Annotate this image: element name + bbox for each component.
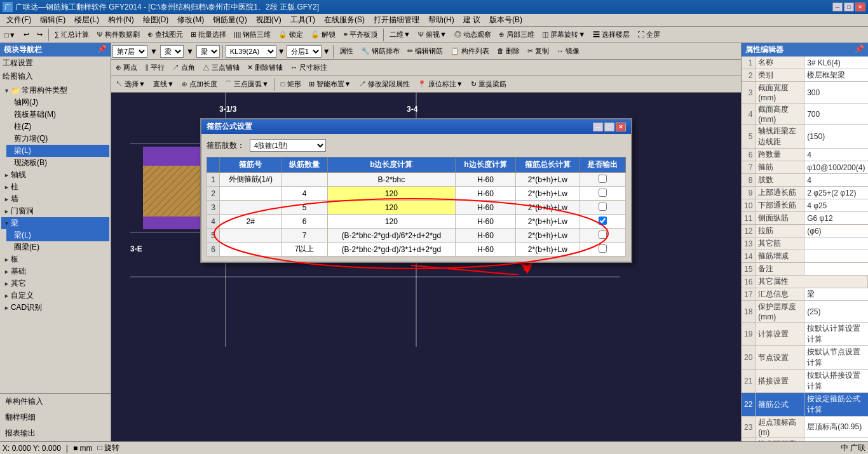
tb-point-length[interactable]: ⊕ 点加长度 — [179, 77, 220, 91]
menu-floor[interactable]: 楼层(L) — [71, 14, 103, 26]
prop-val-lap-setting[interactable]: 按默认搭接设置计算 — [804, 370, 868, 393]
output-checkbox-1[interactable] — [599, 175, 607, 183]
prop-val-stirrup-formula[interactable]: 按设定箍筋公式计算 — [804, 393, 868, 417]
tree-slab[interactable]: 现浇板(B) — [6, 157, 109, 169]
translation-detail-button[interactable]: 翻样明细 — [0, 410, 111, 425]
tb-lock[interactable]: 🔒 锁定 — [275, 28, 306, 42]
table-row[interactable]: 5 7 (B-2*bhc-2*gd-d)/6*2+d+2*gd H-60 2*(… — [207, 229, 626, 243]
output-checkbox-6[interactable] — [599, 244, 607, 253]
tree-raft[interactable]: 筏板基础(M) — [6, 109, 109, 121]
tree-axis[interactable]: 轴网(J) — [6, 97, 109, 109]
row-output-3[interactable] — [580, 201, 625, 215]
prop-val-spans[interactable]: 4 — [804, 149, 868, 161]
element-type-select[interactable]: 梁 — [160, 45, 184, 58]
prop-val-node-setting[interactable]: 按默认节点设置计算 — [804, 346, 868, 370]
tb-local-3d[interactable]: ⊕ 局部三维 — [496, 28, 538, 42]
tree-foundation[interactable]: ► 基础 — [1, 265, 109, 277]
prop-val-tie[interactable]: (φ6) — [804, 225, 868, 237]
tb-orbit[interactable]: ◎ 动态观察 — [451, 28, 494, 42]
prop-val-other-rebar[interactable] — [804, 237, 868, 250]
tb-new[interactable]: □▼ — [1, 28, 19, 42]
tb-modify-beam[interactable]: ↗ 修改梁段属性 — [356, 77, 413, 91]
output-checkbox-2[interactable] — [599, 189, 607, 197]
table-row[interactable]: 1 外侧箍筋(1#) B-2*bhc H-60 2*(b+h)+Lw — [207, 173, 626, 187]
tb-original-annotation[interactable]: 📍 原位标注▼ — [414, 77, 466, 91]
tree-others[interactable]: ► 其它 — [1, 277, 109, 290]
prop-val-top-long[interactable]: 2 φ25+(2 φ12) — [804, 187, 868, 199]
tb-edit-rebar[interactable]: ✏ 编辑钢筋 — [404, 44, 446, 58]
prop-val-legs[interactable]: 4 — [804, 174, 868, 187]
tb-re-extract[interactable]: ↻ 重提梁筋 — [468, 77, 510, 91]
row-output-1[interactable] — [580, 173, 625, 187]
minimize-button[interactable]: ─ — [832, 3, 843, 11]
tb-2d[interactable]: 二维▼ — [386, 28, 414, 42]
tb-two-point[interactable]: ⊕ 两点 — [112, 61, 140, 75]
tree-custom[interactable]: ► 自定义 — [1, 290, 109, 302]
prop-val-width[interactable]: 300 — [804, 82, 868, 103]
menu-help[interactable]: 帮助(H) — [424, 14, 458, 26]
output-checkbox-5[interactable] — [599, 230, 607, 239]
prop-val-summary[interactable]: 梁 — [804, 288, 868, 301]
tb-rebar-layout[interactable]: 🔧 钢筋排布 — [358, 44, 403, 58]
tb-point-angle[interactable]: ↗ 点角 — [169, 61, 198, 75]
tb-component-list[interactable]: 📋 构件列表 — [447, 44, 492, 58]
menu-draw[interactable]: 绘图(D) — [139, 14, 173, 26]
menu-version[interactable]: 版本号(B) — [485, 14, 526, 26]
prop-val-height[interactable]: 700 — [804, 103, 868, 125]
prop-val-name[interactable]: 3# KL6(4) — [804, 57, 868, 69]
prop-val-side-long[interactable]: G6 φ12 — [804, 212, 868, 225]
tb-three-point-axis[interactable]: △ 三点辅轴 — [200, 61, 243, 75]
tb-batch-select[interactable]: ⊞ 批量选择 — [187, 28, 229, 42]
menu-tools[interactable]: 工具(T) — [287, 14, 319, 26]
tree-beam-L[interactable]: 梁(L) — [6, 229, 109, 241]
tb-select[interactable]: ↖ 选择▼ — [112, 77, 149, 91]
row-output-4[interactable] — [580, 215, 625, 229]
tb-properties[interactable]: 属性 — [336, 44, 356, 58]
menu-suggestion[interactable]: 建 议 — [459, 14, 484, 26]
single-component-input-button[interactable]: 单构件输入 — [0, 394, 111, 410]
dialog-close-button[interactable]: ✕ — [616, 123, 626, 131]
tb-delete-axis[interactable]: ✕ 删除辅轴 — [244, 61, 286, 75]
menu-open-detail[interactable]: 打开描细管理 — [370, 14, 423, 26]
tree-common-types[interactable]: ▼ 📁 常用构件类型 — [1, 84, 109, 97]
leg-count-select[interactable]: 4肢箍(1型) — [250, 139, 326, 152]
tb-top-view[interactable]: Ψ 俯视▼ — [415, 28, 450, 42]
menu-view[interactable]: 视图(V) — [252, 14, 285, 26]
tree-wall-main[interactable]: ► 墙 — [1, 193, 109, 205]
tb-smart-layout[interactable]: ⊞ 智能布置▼ — [306, 77, 355, 91]
element-select[interactable]: 梁 — [196, 45, 220, 58]
row-output-6[interactable] — [580, 243, 625, 257]
tb-mirror[interactable]: ↔ 镜像 — [553, 44, 583, 58]
tb-delete[interactable]: 🗑 删除 — [494, 44, 523, 58]
tb-line[interactable]: 直线▼ — [150, 77, 177, 91]
tb-redo[interactable]: ↪ — [34, 28, 46, 42]
tb-flush[interactable]: ≡ 平齐板顶 — [340, 28, 380, 42]
menu-component[interactable]: 构件(N) — [104, 14, 138, 26]
dialog-minimize-button[interactable]: ─ — [593, 123, 603, 131]
dialog-restore-button[interactable]: □ — [604, 123, 614, 131]
prop-val-axis-dist[interactable]: (150) — [804, 125, 868, 149]
tree-cad-recognize[interactable]: ► CAD识别 — [1, 302, 109, 314]
tree-beam[interactable]: 梁(L) — [6, 145, 109, 157]
floor-select[interactable]: 第7层 — [112, 45, 147, 58]
menu-rebar-qty[interactable]: 钢筋量(Q) — [209, 14, 250, 26]
output-checkbox-4[interactable] — [599, 217, 607, 225]
tree-slab-main[interactable]: ► 板 — [1, 253, 109, 265]
tb-select-floor[interactable]: ☰ 选择楼层 — [590, 28, 633, 42]
prop-row-stirrup-formula[interactable]: 22 箍筋公式 按设定箍筋公式计算 — [742, 393, 868, 417]
table-row[interactable]: 3 5 120 H-60 2*(b+h)+Lw — [207, 201, 626, 215]
tree-beam-main[interactable]: ▼ 梁 — [1, 217, 109, 229]
prop-val-note[interactable] — [804, 263, 868, 276]
table-row[interactable]: 2 4 120 H-60 2*(b+h)+Lw — [207, 187, 626, 201]
tree-ring-beam[interactable]: 圈梁(E) — [6, 241, 109, 253]
tb-undo[interactable]: ↩ — [20, 28, 32, 42]
tree-door-window[interactable]: ► 门窗洞 — [1, 205, 109, 217]
tb-unlock[interactable]: 🔓 解锁 — [308, 28, 339, 42]
menu-edit[interactable]: 编辑(E) — [36, 14, 69, 26]
tree-shear-wall[interactable]: 剪力墙(Q) — [6, 133, 109, 145]
tb-rotate-screen[interactable]: ◫ 屏幕旋转▼ — [539, 28, 588, 42]
menu-file[interactable]: 文件(F) — [3, 14, 35, 26]
prop-val-bot-long[interactable]: 4 φ25 — [804, 199, 868, 212]
menu-modify[interactable]: 修改(M) — [173, 14, 208, 26]
layer-select[interactable]: 分层1 — [287, 45, 322, 58]
